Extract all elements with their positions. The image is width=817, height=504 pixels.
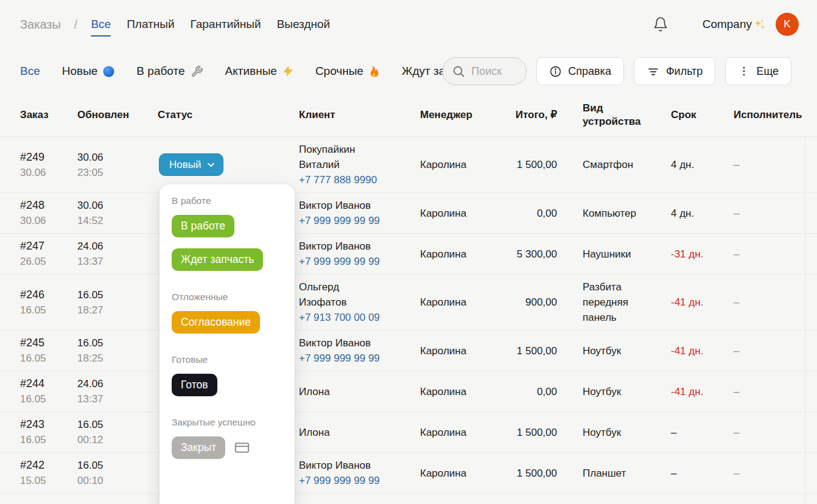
tab[interactable]: Ждут запч [402,65,443,78]
device-type-cell: Ноутбук [557,338,647,363]
top-nav-item[interactable]: Все [91,18,111,31]
top-nav-item[interactable]: Гарантийный [191,18,261,31]
top-nav-item[interactable]: Выездной [277,18,331,31]
tab[interactable]: Активные [225,65,293,78]
tab[interactable]: Срочные [315,65,380,78]
executor-cell: – [709,338,817,363]
scrollbar-track[interactable] [805,137,805,504]
term-cell: -41 дн. [647,338,709,363]
status-option-row: Закрыт [172,436,282,459]
search-box[interactable] [443,57,527,85]
more-button[interactable]: Еще [725,57,791,85]
table-row[interactable]: #249 30.06 30.06 23:05 Новый Покупайкин … [0,137,817,193]
total-cell: 1 500,00 [487,338,557,363]
device-type-cell: Разбита передняя панель [557,275,647,330]
help-button[interactable]: Справка [536,57,624,85]
client-phone-link[interactable]: +7 999 999 99 99 [299,254,380,269]
status-option[interactable]: В работе [172,215,234,237]
info-icon [549,65,562,78]
company-menu[interactable]: Company [703,18,766,31]
top-nav-item[interactable]: Платный [127,18,174,31]
client-cell: Ольгерд Изофатов+7 913 700 00 09 [299,275,420,330]
updated-date: 24.06 [77,376,158,391]
tab-label: Все [20,65,40,78]
term-cell: 4 дн. [647,201,709,226]
notifications-button[interactable] [650,14,671,35]
sparkles-icon [753,18,766,31]
filter-button[interactable]: Фильтр [634,57,715,85]
lightning-icon [282,65,293,77]
order-date: 16.05 [20,432,77,447]
table-row[interactable]: #248 30.06 30.06 14:52 Виктор Иванов+7 9… [0,193,817,234]
client-cell: Виктор Иванов+7 999 999 99 99 [299,193,420,233]
blue-circle-icon [103,66,114,77]
total-cell: 0,00 [487,201,557,226]
table-header: Заказ Обновлен Статус Клиент Менеджер Ит… [0,94,817,137]
executor-cell: – [709,461,817,486]
client-phone-link[interactable]: +7 999 999 99 99 [299,473,380,488]
client-phone-link[interactable]: +7 999 999 99 99 [299,213,380,228]
client-phone-link[interactable]: +7 999 999 99 99 [299,351,380,366]
order-date: 30.06 [20,165,77,180]
table-row[interactable]: #245 16.05 16.05 18:25 Виктор Иванов+7 9… [0,331,817,371]
client-phone-link[interactable]: +7 913 700 00 09 [299,310,380,325]
status-group-label: Готовые [172,354,282,365]
table-row[interactable]: #246 16.05 16.05 18:27 Ольгерд Изофатов+… [0,275,817,331]
status-option[interactable]: Ждет запчасть [172,248,263,271]
status-label: Новый [169,159,201,171]
status-cell: Новый [158,153,299,176]
device-type-cell: Планшет [557,502,647,504]
order-cell: #242 15.05 [20,453,77,493]
updated-date: 24.06 [77,239,158,254]
device-type-cell: Смартфон [557,152,647,177]
term-cell: -41 дн. [647,290,709,315]
updated-time: 18:27 [77,303,158,318]
total-cell: 5 300,00 [487,242,557,267]
updated-cell: 30.06 14:52 [77,193,158,233]
table-row[interactable]: #244 16.05 24.06 13:37 Илона Каролина 0,… [0,371,817,412]
term-cell: 4 дн. [647,152,709,177]
avatar[interactable]: K [776,13,799,36]
status-group: Закрытые успешноЗакрыт [172,417,282,459]
order-number: #246 [20,287,77,303]
kebab-icon [738,65,750,77]
updated-cell: 24.06 13:37 [77,371,158,411]
column-header-executor: Исполнитель [709,108,817,122]
status-option[interactable]: Закрыт [172,436,225,459]
search-icon [452,65,465,78]
device-type-cell: Планшет [557,461,647,486]
client-name: Илона [299,384,384,399]
table-row[interactable]: #247 26.05 24.06 13:37 Виктор Иванов+7 9… [0,234,817,275]
status-option[interactable]: Готов [172,374,217,396]
table-row[interactable]: #243 16.05 16.05 00:12 Илона Каролина 1 … [0,412,817,453]
updated-time: 14:52 [77,213,158,228]
order-date: 15.05 [20,473,77,488]
order-cell: #248 30.06 [20,193,77,233]
executor-cell: – [709,379,817,404]
updated-time: 13:37 [77,391,158,407]
manager-cell: Каролина [420,201,487,226]
table-row[interactable]: #242 15.05 16.05 00:10 Виктор Иванов+7 9… [0,453,817,494]
client-name: Виктор Иванов [299,458,384,473]
search-input[interactable] [470,65,517,79]
updated-cell: 16.05 18:25 [77,331,158,371]
client-cell: Виктор Иванов+7 999 999 99 99 [299,331,420,371]
order-number: #248 [20,198,77,213]
term-cell: -41 дн. [647,502,709,504]
manager-cell: Каролина [420,379,487,404]
tab[interactable]: В работе [136,65,203,78]
tab[interactable]: Новые [62,65,115,78]
client-phone-link[interactable]: +7 777 888 9990 [299,172,377,187]
tab[interactable]: Все [20,65,40,78]
tab-label: Срочные [315,65,363,78]
tab-label: Ждут запч [402,65,443,78]
table-row[interactable]: #241 24.06 Виктор Иванов Каролина 0,00 П… [0,494,817,504]
updated-date: 30.06 [77,198,158,213]
status-option[interactable]: Согласование [172,311,260,334]
order-date: 26.05 [20,254,77,269]
filter-tabs: ВсеНовыеВ работеАктивныеСрочныеЖдут запч [20,65,443,78]
table-body: #249 30.06 30.06 23:05 Новый Покупайкин … [0,137,817,504]
status-dropdown-button[interactable]: Новый [159,153,223,176]
total-cell: 1 500,00 [487,461,557,486]
status-option-row: Готов [172,374,282,396]
